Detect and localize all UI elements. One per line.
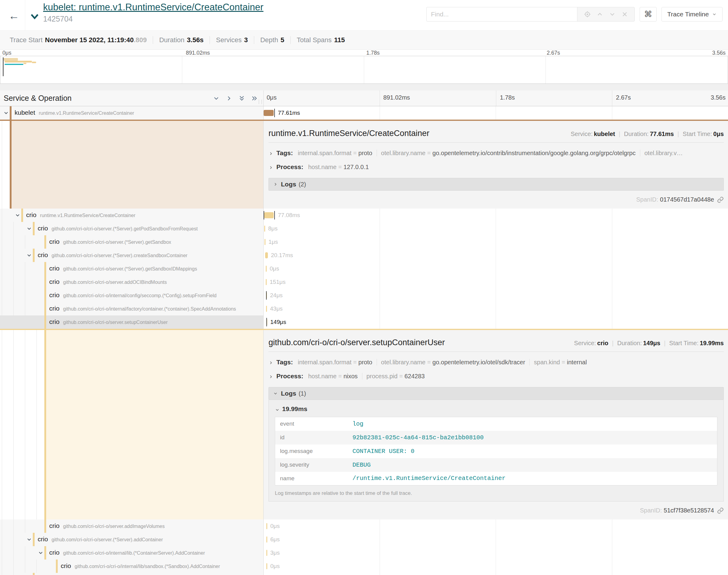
collapse-all-double-chevron-down-icon[interactable] [238, 95, 245, 102]
span-service-name: criogithub.com/cri-o/cri-o/internal/conf… [49, 292, 217, 299]
indent-guide [13, 235, 14, 249]
prev-result-chevron-up-icon[interactable] [596, 11, 603, 18]
row-expand-chevron-down-icon[interactable] [26, 226, 32, 232]
copy-link-icon[interactable] [717, 196, 724, 203]
indent-guide [13, 533, 14, 546]
span-row-crio[interactable]: criogithub.com/cri-o/cri-o/server.addOCI… [0, 275, 728, 289]
timeline-ruler: 0μs891.02ms1.78s2.67s3.56s [264, 91, 728, 106]
span-timeline-cell[interactable]: 77.08ms [264, 209, 728, 222]
span-timeline-cell[interactable]: 8μs [264, 222, 728, 235]
span-row-crio[interactable]: criogithub.com/cri-o/cri-o/server.setupC… [0, 315, 728, 329]
minimap-drag-handle[interactable] [3, 57, 4, 76]
span-row-kubelet[interactable]: kubeletruntime.v1.RuntimeService/CreateC… [0, 106, 728, 120]
span-detail-content: runtime.v1.RuntimeService/CreateContaine… [264, 121, 728, 209]
span-name-cell[interactable]: kubeletruntime.v1.RuntimeService/CreateC… [0, 106, 264, 120]
span-name-cell[interactable]: criogithub.com/cri-o/cri-o/server.(*Serv… [0, 249, 264, 262]
row-expand-chevron-down-icon[interactable] [26, 536, 32, 543]
span-timeline-cell[interactable]: 6μs [264, 533, 728, 546]
minimap-gridline [182, 56, 182, 83]
span-row-crio[interactable]: criogithub.com/cri-o/cri-o/internal/conf… [0, 289, 728, 302]
span-row-crio[interactable]: criogithub.com/cri-o/cri-o/server.(*Serv… [0, 235, 728, 249]
span-name-cell[interactable]: criogithub.com/cri-o/cri-o/internal/fact… [0, 302, 264, 315]
span-name-cell[interactable]: criogithub.com/cri-o/cri-o/server.(*Serv… [0, 573, 264, 575]
span-name-cell[interactable]: criogithub.com/cri-o/cri-o/internal/conf… [0, 289, 264, 302]
span-row-crio[interactable]: criogithub.com/cri-o/cri-o/internal/fact… [0, 302, 728, 315]
span-operation-name: runtime.v1.RuntimeService/CreateContaine… [40, 213, 135, 218]
row-expand-chevron-down-icon[interactable] [38, 550, 44, 556]
span-name-cell[interactable]: criogithub.com/cri-o/cri-o/server.setupC… [0, 315, 264, 329]
span-row-crio[interactable]: criogithub.com/cri-o/cri-o/server.(*Serv… [0, 573, 728, 575]
indent-guide [36, 560, 37, 573]
timeline-minimap[interactable] [0, 56, 728, 84]
ruler-tick-label: 3.56s [711, 94, 726, 101]
collapse-trace-header-chevron-icon[interactable] [29, 11, 40, 22]
span-row-crio[interactable]: criogithub.com/cri-o/cri-o/server.(*Serv… [0, 249, 728, 262]
span-timeline-cell[interactable]: 3μs [264, 546, 728, 560]
span-timeline-cell[interactable]: 149μs [264, 315, 728, 329]
span-timeline-cell[interactable]: 1μs [264, 235, 728, 249]
logs-accordion-collapsed[interactable]: Logs (2) [268, 178, 724, 191]
timeline-column-header: Service & Operation 0μs891.02ms1.78s2.67… [0, 91, 728, 106]
span-timeline-cell[interactable]: 20.17ms [264, 249, 728, 262]
span-timeline-cell[interactable]: 151μs [264, 275, 728, 289]
span-service-name: criogithub.com/cri-o/cri-o/server.(*Serv… [38, 251, 188, 259]
clear-find-icon[interactable] [621, 11, 628, 18]
minimap-tick-label: 1.78s [366, 50, 379, 56]
row-expand-chevron-down-icon[interactable] [26, 252, 32, 258]
span-timeline-cell[interactable]: 43μs [264, 302, 728, 315]
log-entry-timestamp[interactable]: 19.99ms [275, 405, 717, 413]
span-operation-name: runtime.v1.RuntimeService/CreateContaine… [39, 110, 134, 116]
back-button[interactable]: ← [7, 9, 21, 23]
expand-all-double-chevron-right-icon[interactable] [251, 95, 258, 102]
span-name-cell[interactable]: criogithub.com/cri-o/cri-o/server.(*Serv… [0, 235, 264, 249]
span-row-crio[interactable]: criogithub.com/cri-o/cri-o/server.(*Serv… [0, 262, 728, 275]
row-expand-chevron-down-icon[interactable] [3, 110, 9, 116]
span-name-cell[interactable]: criogithub.com/cri-o/cri-o/internal/lib.… [0, 546, 264, 560]
logs-accordion-expanded[interactable]: Logs (1) [268, 387, 724, 400]
copy-link-icon[interactable] [717, 507, 724, 514]
span-name-cell[interactable]: criogithub.com/cri-o/cri-o/server.addIma… [0, 519, 264, 533]
span-name-cell[interactable]: criogithub.com/cri-o/cri-o/internal/lib/… [0, 560, 264, 573]
span-duration-label: 43μs [270, 305, 283, 312]
span-name-cell[interactable]: criogithub.com/cri-o/cri-o/server.(*Serv… [0, 533, 264, 546]
span-duration-bar [264, 226, 265, 232]
span-timeline-cell[interactable]: 0μs [264, 262, 728, 275]
span-row-crio[interactable]: criogithub.com/cri-o/cri-o/server.(*Serv… [0, 533, 728, 546]
keyboard-shortcuts-button[interactable]: ⌘ [640, 7, 657, 22]
tag-key-value: internal.span.format = proto [298, 150, 372, 156]
span-name-cell[interactable]: criogithub.com/cri-o/cri-o/server.(*Serv… [0, 262, 264, 275]
log-field-value: CONTAINER USER: 0 [353, 444, 717, 458]
span-timeline-cell[interactable]: 0μs [264, 519, 728, 533]
span-row-crio[interactable]: criogithub.com/cri-o/cri-o/server.(*Serv… [0, 222, 728, 235]
span-name-cell[interactable]: crioruntime.v1.RuntimeService/CreateCont… [0, 209, 264, 222]
span-detail-crio-setupcontaineruser: github.com/cri-o/cri-o/server.setupConta… [0, 329, 728, 519]
span-row-crio[interactable]: criogithub.com/cri-o/cri-o/internal/lib/… [0, 560, 728, 573]
span-duration-bar [264, 110, 274, 116]
locate-icon[interactable] [584, 11, 591, 18]
expand-one-chevron-right-icon[interactable] [225, 95, 233, 102]
span-timeline-cell[interactable]: 77.61ms [264, 106, 728, 120]
view-type-dropdown[interactable]: Trace Timeline [661, 7, 723, 22]
tag-key-value: otel.library.name = go.opentelemetry.io/… [376, 359, 525, 366]
span-timeline-cell[interactable]: 0μs [264, 560, 728, 573]
ruler-gridline [612, 91, 612, 106]
process-accordion[interactable]: Process: host.name = 127.0.0.1 [268, 163, 724, 171]
tags-accordion[interactable]: Tags: internal.span.format = protootel.l… [268, 149, 724, 157]
span-timeline-cell[interactable]: 24μs [264, 289, 728, 302]
row-expand-chevron-down-icon[interactable] [14, 212, 21, 218]
span-duration-label: 77.08ms [278, 212, 300, 218]
column-resizer-grip[interactable] [259, 100, 262, 104]
tags-accordion[interactable]: Tags: internal.span.format = protootel.l… [268, 359, 724, 366]
next-result-chevron-down-icon[interactable] [609, 11, 616, 18]
collapse-one-chevron-down-icon[interactable] [212, 95, 220, 102]
trace-title-link[interactable]: kubelet: runtime.v1.RuntimeService/Creat… [43, 2, 263, 13]
span-name-cell[interactable]: criogithub.com/cri-o/cri-o/server.addOCI… [0, 275, 264, 289]
span-row-crio[interactable]: crioruntime.v1.RuntimeService/CreateCont… [0, 209, 728, 222]
span-name-cell[interactable]: criogithub.com/cri-o/cri-o/server.(*Serv… [0, 222, 264, 235]
find-input[interactable] [426, 7, 577, 22]
span-row-crio[interactable]: criogithub.com/cri-o/cri-o/internal/lib.… [0, 546, 728, 560]
process-accordion[interactable]: Process: host.name = nixosprocess.pid = … [268, 373, 724, 380]
span-row-crio[interactable]: criogithub.com/cri-o/cri-o/server.addIma… [0, 519, 728, 533]
span-color-bar [10, 106, 11, 120]
span-timeline-cell[interactable]: 0μs [264, 573, 728, 575]
